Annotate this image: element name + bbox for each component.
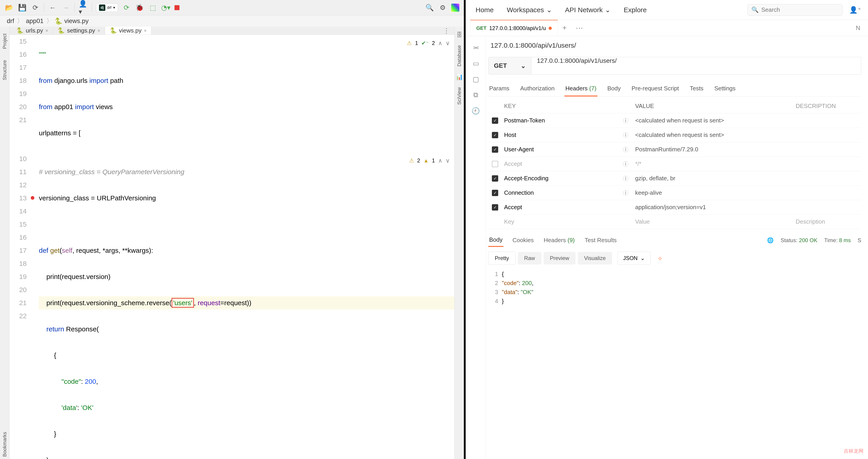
back-icon[interactable]: ←	[48, 3, 57, 12]
header-row[interactable]: ✓Acceptapplication/json;version=v1	[488, 200, 861, 215]
tab-options-icon[interactable]: ⋯	[571, 24, 587, 32]
structure-tool[interactable]: Structure	[2, 58, 8, 83]
sciview-icon[interactable]: 📊	[456, 73, 463, 80]
open-icon[interactable]: 📂	[4, 3, 13, 12]
mock-icon[interactable]: ⧉	[471, 90, 480, 99]
nav-api-network[interactable]: API Network⌄	[562, 4, 614, 16]
tab-views[interactable]: 🐍views.py×	[105, 27, 152, 35]
subtab-auth[interactable]: Authorization	[520, 81, 556, 96]
invite-icon[interactable]: 👤⁺	[849, 6, 861, 14]
ide-window: 📂 💾 ⟳ ← → 👤▾ dj drf ▾ ⟳ 🐞 ⬚ ◔▾ 🔍 ⚙ drf 〉…	[0, 0, 466, 459]
inspection-widget[interactable]: ⚠2 ▲1 ∧ ∨	[409, 154, 450, 167]
view-pretty[interactable]: Pretty	[488, 252, 516, 265]
close-icon[interactable]: ×	[97, 28, 100, 34]
view-preview[interactable]: Preview	[544, 252, 576, 264]
vcs-icon[interactable]: 👤▾	[79, 3, 88, 12]
coverage-icon[interactable]: ⬚	[148, 3, 157, 12]
tab-menu-icon[interactable]: ⋮	[443, 27, 454, 35]
breadcrumb-item[interactable]: views.py	[64, 18, 89, 25]
settings-icon[interactable]: ⚙	[438, 3, 447, 12]
debug-icon[interactable]: 🐞	[135, 3, 144, 12]
run-icon[interactable]: ⟳	[122, 3, 131, 12]
info-icon[interactable]: i	[623, 161, 628, 167]
header-row[interactable]: ✓Connectionikeep-alive	[488, 186, 861, 200]
collections-icon[interactable]: ⫘	[471, 43, 480, 52]
close-icon[interactable]: ×	[144, 28, 147, 34]
subtab-tests[interactable]: Tests	[689, 81, 704, 96]
header-row[interactable]: ✓User-AgentiPostmanRuntime/7.29.0	[488, 142, 861, 157]
info-icon[interactable]: i	[623, 132, 628, 138]
run-config-selector[interactable]: dj drf ▾	[96, 3, 118, 12]
prev-icon[interactable]: ∧	[438, 154, 442, 167]
col-key: KEY	[502, 103, 633, 109]
checkbox-icon[interactable]: ✓	[492, 118, 498, 124]
method-selector[interactable]: GET⌄	[488, 57, 531, 74]
breadcrumb-item[interactable]: app01	[26, 18, 43, 25]
history-icon[interactable]: 🕘	[471, 106, 480, 115]
checkbox-icon[interactable]: ✓	[492, 204, 498, 210]
header-row[interactable]: ✓Hosti<calculated when request is sent>	[488, 128, 861, 142]
info-icon[interactable]: i	[623, 118, 628, 123]
resp-tab-headers[interactable]: Headers (9)	[543, 234, 576, 247]
header-row[interactable]: ✓Accept-Encodingigzip, deflate, br	[488, 171, 861, 186]
breakpoint-icon[interactable]	[31, 196, 34, 200]
forward-icon[interactable]: →	[61, 3, 70, 12]
tab-settings[interactable]: 🐍settings.py×	[53, 27, 105, 35]
subtab-body[interactable]: Body	[607, 81, 622, 96]
wrap-lines-icon[interactable]: ⟐	[655, 252, 665, 265]
request-tab[interactable]: GET 127.0.0.1:8000/api/v1/u	[470, 20, 558, 36]
database-icon[interactable]: 🗄	[456, 31, 463, 38]
apis-icon[interactable]: ▭	[471, 59, 480, 68]
save-icon[interactable]: 💾	[18, 3, 27, 12]
resp-tab-body[interactable]: Body	[488, 234, 503, 247]
request-name[interactable]: 127.0.0.1:8000/api/v1/users/	[488, 36, 861, 55]
tab-urls[interactable]: 🐍urls.py×	[12, 27, 53, 35]
search-input[interactable]: 🔍 Search	[747, 4, 842, 16]
nav-home[interactable]: Home	[472, 4, 497, 16]
header-row[interactable]: Accepti*/*	[488, 157, 861, 171]
code-editor[interactable]: 10111213141516171819202122 # versioning_…	[9, 152, 454, 459]
resp-tab-results[interactable]: Test Results	[584, 234, 618, 247]
subtab-settings[interactable]: Settings	[713, 81, 737, 96]
env-icon[interactable]: N	[852, 24, 864, 32]
subtab-prerequest[interactable]: Pre-request Script	[631, 81, 680, 96]
header-row[interactable]: ✓Postman-Tokeni<calculated when request …	[488, 113, 861, 128]
checkbox-icon[interactable]: ✓	[492, 132, 498, 138]
sync-icon[interactable]: ⟳	[31, 3, 40, 12]
checkbox-icon[interactable]: ✓	[492, 175, 498, 182]
nav-workspaces[interactable]: Workspaces⌄	[504, 4, 555, 16]
view-visualize[interactable]: Visualize	[578, 252, 612, 264]
response-body[interactable]: 1234 { "code": 200, "data": "OK" }	[488, 269, 861, 306]
info-icon[interactable]: i	[623, 147, 628, 152]
globe-icon[interactable]: 🌐	[767, 237, 774, 243]
info-icon[interactable]: i	[623, 176, 628, 181]
profile-icon[interactable]: ◔▾	[161, 3, 170, 12]
url-input[interactable]: 127.0.0.1:8000/api/v1/users/	[531, 57, 861, 74]
view-raw[interactable]: Raw	[518, 252, 541, 264]
subtab-headers[interactable]: Headers (7)	[564, 81, 597, 96]
checkbox-icon[interactable]	[492, 161, 498, 167]
nav-explore[interactable]: Explore	[620, 4, 650, 16]
resp-tab-cookies[interactable]: Cookies	[512, 234, 535, 247]
stop-icon[interactable]	[175, 5, 180, 10]
env-icon[interactable]: ▢	[471, 74, 480, 84]
breadcrumb-item[interactable]: drf	[7, 18, 14, 25]
bookmarks-tool[interactable]: Bookmarks	[2, 430, 8, 459]
new-tab-icon[interactable]: +	[558, 24, 571, 32]
inspection-widget[interactable]: ⚠1 ✔⁻2 ∧ ∨	[407, 37, 450, 50]
codewithme-icon[interactable]	[451, 4, 459, 12]
close-icon[interactable]: ×	[45, 28, 49, 34]
format-selector[interactable]: JSON⌄	[618, 252, 651, 265]
project-tool[interactable]: Project	[2, 31, 8, 51]
next-icon[interactable]: ∨	[445, 154, 450, 167]
info-icon[interactable]: i	[623, 190, 628, 196]
prev-icon[interactable]: ∧	[438, 37, 442, 50]
search-icon[interactable]: 🔍	[425, 3, 434, 12]
checkbox-icon[interactable]: ✓	[492, 190, 498, 196]
subtab-params[interactable]: Params	[488, 81, 510, 96]
sciview-tool[interactable]: SciView	[456, 85, 462, 107]
checkbox-icon[interactable]: ✓	[492, 146, 498, 153]
next-icon[interactable]: ∨	[445, 37, 450, 50]
header-row-new[interactable]: KeyValueDescription	[488, 215, 861, 229]
database-tool[interactable]: Database	[456, 43, 462, 69]
